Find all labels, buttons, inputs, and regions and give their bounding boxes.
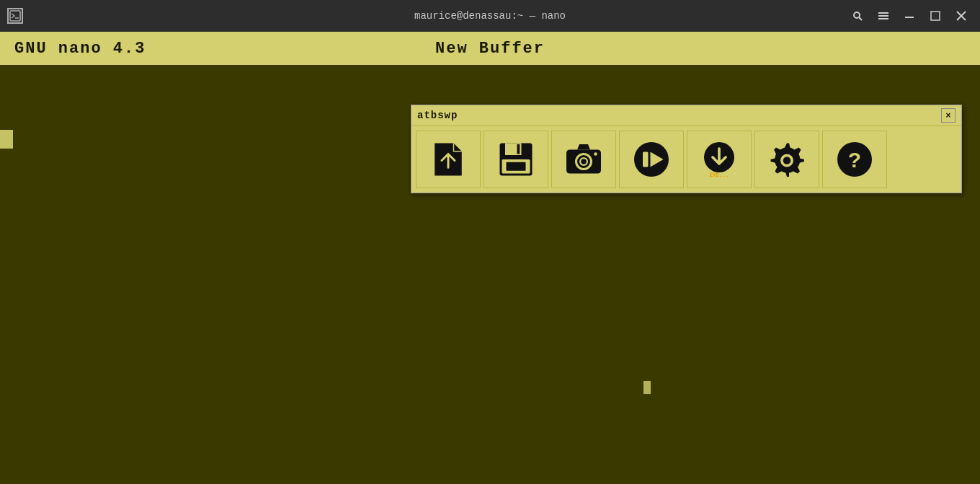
window-title: maurice@denassau:~ — nano [414,10,566,22]
title-bar: maurice@denassau:~ — nano [0,0,980,32]
svg-rect-4 [878,12,888,14]
camera-button[interactable] [551,131,616,188]
menu-button[interactable] [872,6,895,26]
window-controls [846,6,973,26]
toolbar-title-bar: atbswp × [411,105,961,126]
svg-rect-7 [905,17,914,18]
svg-rect-6 [878,18,888,19]
svg-rect-5 [878,15,888,17]
maximize-button[interactable] [924,6,947,26]
toolbar-close-button[interactable]: × [941,108,956,123]
svg-rect-15 [507,162,526,171]
terminal-icon [7,8,23,24]
svg-rect-13 [517,144,520,154]
save-button[interactable] [484,131,548,188]
svg-line-3 [859,17,862,20]
svg-rect-8 [931,12,940,20]
help-button[interactable]: ? [822,131,887,188]
download-execute-button[interactable]: EXE... [687,131,752,188]
settings-button[interactable] [754,131,819,188]
text-cursor [643,381,651,394]
play-stop-button[interactable] [619,131,684,188]
svg-point-20 [594,152,597,156]
title-bar-left [7,8,23,24]
nano-version: GNU nano 4.3 [14,40,146,58]
close-button[interactable] [950,6,973,26]
svg-point-2 [854,12,860,18]
toolbar-icons-container: EXE... ? [411,126,961,193]
nano-buffer-title: New Buffer [435,40,545,58]
toolbar-dialog: atbswp × [411,105,962,193]
svg-text:EXE...: EXE... [709,172,729,178]
upload-file-button[interactable] [416,131,481,188]
svg-text:?: ? [848,148,861,172]
svg-point-27 [783,157,791,164]
search-button[interactable] [846,6,869,26]
svg-point-19 [581,159,587,164]
cursor-line [0,130,13,149]
svg-rect-22 [643,152,649,167]
minimize-button[interactable] [898,6,921,26]
nano-header: GNU nano 4.3 New Buffer [0,32,980,65]
toolbar-title: atbswp [417,110,458,121]
